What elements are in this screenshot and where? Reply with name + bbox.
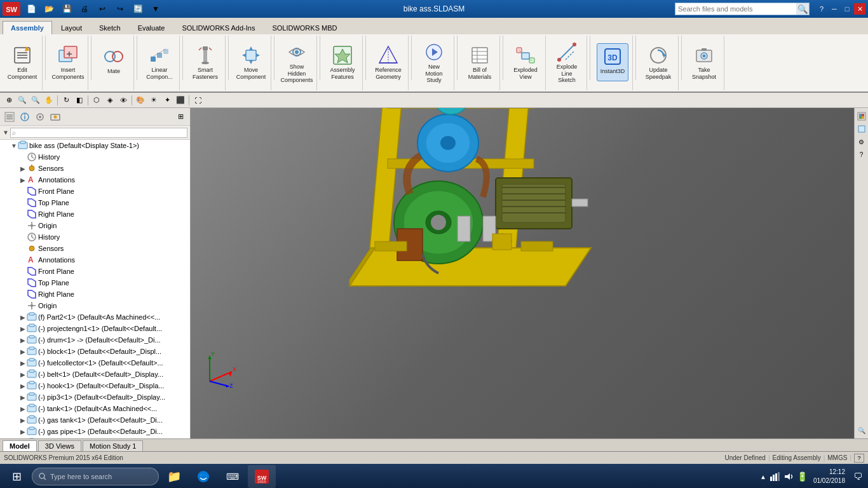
property-manager-tab[interactable] <box>18 110 32 124</box>
expand[interactable]: ▶ <box>19 176 27 184</box>
view-front-button[interactable] <box>856 123 867 135</box>
view-zoom-button[interactable]: 🔍 <box>856 424 867 436</box>
show-hidden-components-button[interactable]: ShowHiddenComponents <box>281 39 313 86</box>
display-manager-tab[interactable] <box>48 110 62 124</box>
edit-component-button[interactable]: Edit Component <box>6 42 38 83</box>
reference-geometry-button[interactable]: ReferenceGeometry <box>372 42 404 83</box>
tray-volume-icon[interactable] <box>783 465 794 488</box>
expand-icon[interactable]: ▶ <box>19 428 27 435</box>
tab-sketch[interactable]: Sketch <box>91 21 129 34</box>
expand-icon[interactable]: ▶ <box>19 405 27 412</box>
tree-item-belt[interactable]: ▶(-) belt<1> (Default<<Default>_Display.… <box>0 369 190 380</box>
help-button[interactable]: ? <box>816 3 827 15</box>
take-snapshot-button[interactable]: TakeSnapshot <box>688 42 720 83</box>
zoom-out-button[interactable]: 🔍 <box>29 94 42 107</box>
pan-button[interactable]: ✋ <box>43 94 55 107</box>
expand-icon[interactable]: ▶ <box>19 348 27 355</box>
tree-item-drum[interactable]: ▶(-) drum<1> -> (Default<<Default>_Di... <box>0 334 190 346</box>
expand-icon[interactable]: ▶ <box>19 393 27 401</box>
help-status-button[interactable]: ? <box>854 454 864 463</box>
expand-panel-button[interactable]: ⊞ <box>173 110 187 124</box>
config-manager-tab[interactable] <box>33 110 47 124</box>
rebuild-button[interactable]: 🔄 <box>131 2 145 16</box>
open-button[interactable]: 📂 <box>42 2 56 16</box>
tree-item-gas-pipe[interactable]: ▶(-) gas pipe<1> (Default<<Default>_Di..… <box>0 426 190 437</box>
system-clock[interactable]: 12:1201/02/2018 <box>811 468 848 485</box>
tree-item-gas-tank[interactable]: ▶(-) gas tank<1> (Default<<Default>_Di..… <box>0 414 190 426</box>
tab-model[interactable]: Model <box>3 440 37 451</box>
options-button[interactable]: ▼ <box>149 2 163 16</box>
linear-component-button[interactable]: LinearCompon... <box>144 42 175 83</box>
tree-item-origin[interactable]: ▶ Origin <box>0 220 190 231</box>
tree-item-sensors[interactable]: Sensors <box>0 243 190 254</box>
tree-item-tank[interactable]: ▶(-) tank<1> (Default<As Machined<<... <box>0 403 190 414</box>
tree-root[interactable]: ▼ bike ass (Default<Display State-1>) <box>0 140 190 151</box>
tray-show-hidden[interactable]: ▲ <box>760 473 766 480</box>
display-style-button[interactable]: ◈ <box>104 94 116 107</box>
view-help-button[interactable]: ? <box>856 149 867 160</box>
tree-item-pip3[interactable]: ▶(-) pip3<1> (Default<<Default>_Display.… <box>0 391 190 403</box>
expand[interactable]: ▶ <box>19 165 27 172</box>
tree-item-history[interactable]: ▶ History <box>0 151 190 163</box>
undo-button[interactable]: ↩ <box>95 2 109 16</box>
tab-3d-views[interactable]: 3D Views <box>38 440 81 451</box>
notification-button[interactable]: 🗨 <box>850 465 865 488</box>
bill-of-materials-button[interactable]: Bill ofMaterials <box>464 42 496 83</box>
move-component-button[interactable]: MoveComponent <box>235 42 267 83</box>
realview-button[interactable]: ✦ <box>161 94 173 107</box>
insert-components-button[interactable]: InsertComponents <box>52 42 84 83</box>
tab-evaluate[interactable]: Evaluate <box>130 21 173 34</box>
print-button[interactable]: 🖨 <box>78 2 92 16</box>
search-button[interactable]: 🔍 <box>796 3 809 15</box>
save-button[interactable]: 💾 <box>60 2 74 16</box>
expand-icon[interactable]: ▶ <box>19 382 27 390</box>
tree-item-sensors[interactable]: ▶ Sensors <box>0 163 190 174</box>
minimize-button[interactable]: ─ <box>829 3 840 15</box>
view-settings-button[interactable]: ⚙ <box>856 136 867 147</box>
shadows-button[interactable]: ⬛ <box>174 94 187 107</box>
rotate-button[interactable]: ↻ <box>60 94 72 107</box>
new-motion-study-button[interactable]: NewMotionStudy <box>418 39 450 86</box>
expand-icon[interactable]: ▶ <box>19 359 27 367</box>
tree-item-front-plane[interactable]: Front Plane <box>0 266 190 277</box>
tree-item-annotations[interactable]: ▶ A Annotations <box>0 174 190 186</box>
update-speedpak-button[interactable]: UpdateSpeedpak <box>642 42 674 83</box>
tray-battery-icon[interactable]: 🔋 <box>797 465 808 488</box>
close-button[interactable]: ✕ <box>854 3 865 15</box>
tree-item-right-plane[interactable]: Right Plane <box>0 288 190 300</box>
exploded-view-button[interactable]: ExplodedView <box>510 42 541 83</box>
expand-icon[interactable]: ▶ <box>19 370 27 378</box>
filter-input[interactable] <box>10 128 187 138</box>
taskbar-solidworks[interactable]: SW2015 <box>248 465 276 488</box>
expand-root[interactable]: ▼ <box>10 142 18 149</box>
taskbar-search[interactable]: Type here to search <box>32 468 159 485</box>
tree-item-part2[interactable]: ▶(f) Part2<1> (Default<As Machined<<... <box>0 311 190 323</box>
tab-solidworks-addins[interactable]: SOLIDWORKS Add-Ins <box>173 21 263 34</box>
tree-item-origin[interactable]: Origin <box>0 300 190 311</box>
tab-layout[interactable]: Layout <box>53 21 90 34</box>
feature-manager-tab[interactable] <box>3 110 17 124</box>
tree-item-history[interactable]: History <box>0 231 190 243</box>
zoom-to-fit-button[interactable]: ⊕ <box>3 94 15 107</box>
tree-item-top-plane[interactable]: Top Plane <box>0 277 190 288</box>
smart-fasteners-button[interactable]: SmartFasteners <box>189 42 221 83</box>
redo-button[interactable]: ↪ <box>113 2 127 16</box>
zoom-in-button[interactable]: 🔍 <box>16 94 29 107</box>
tree-item-annotations[interactable]: AAnnotations <box>0 254 190 266</box>
tree-item-bearings[interactable]: ▶AST_Bearings_UCP208<1> (Default<<... <box>0 437 190 438</box>
view-palette-button[interactable] <box>856 111 867 122</box>
tree-item-hook[interactable]: ▶(-) hook<1> (Default<<Default>_Displa..… <box>0 380 190 391</box>
expand-icon[interactable]: ▶ <box>19 325 27 332</box>
assembly-features-button[interactable]: AssemblyFeatures <box>327 42 358 83</box>
maximize-button[interactable]: □ <box>841 3 853 15</box>
tree-container[interactable]: ▼ bike ass (Default<Display State-1>) ▶ … <box>0 140 190 438</box>
start-button[interactable]: ⊞ <box>3 465 31 488</box>
tab-solidworks-mbd[interactable]: SOLIDWORKS MBD <box>264 21 345 34</box>
tree-item-projectengn[interactable]: ▶(-) projectengn1<1> (Default<<Default..… <box>0 323 190 334</box>
scene-button[interactable]: ☀ <box>147 94 160 107</box>
tab-motion-study-1[interactable]: Motion Study 1 <box>83 440 143 451</box>
expand-icon[interactable]: ▶ <box>19 313 27 321</box>
taskbar-cmd[interactable]: ⌨ <box>219 465 247 488</box>
expand-icon[interactable]: ▶ <box>19 336 27 344</box>
viewport[interactable]: X Y Z ⚙ ? 🔍 <box>191 108 868 438</box>
